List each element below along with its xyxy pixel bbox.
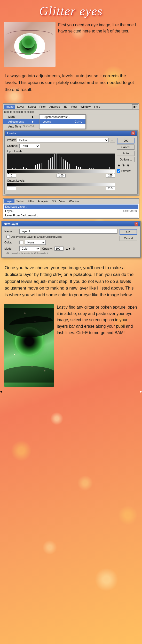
opacity-unit: %	[73, 247, 75, 250]
body-paragraph-2: Once you have chosen your eye image, you…	[5, 265, 137, 299]
menu-item-select[interactable]: Select	[26, 105, 37, 109]
clipping-mask-checkbox[interactable]	[6, 235, 10, 239]
body-text-2: Once you have chosen your eye image, you…	[0, 261, 142, 302]
menu-item-image[interactable]: Image	[4, 105, 15, 109]
photoshop-screenshot-1: Image Layer Select Filter Analysis 3D Vi…	[3, 103, 139, 196]
menu-item-view[interactable]: View	[69, 105, 78, 109]
new-layer-ok-button[interactable]: OK	[120, 229, 137, 235]
histogram	[7, 154, 115, 169]
levels-auto-button[interactable]: Auto	[117, 151, 135, 156]
output-max-value[interactable]	[106, 186, 115, 190]
channel-select[interactable]: RGB	[19, 144, 40, 148]
levels-cancel-button[interactable]: Cancel	[117, 145, 135, 150]
layer-item-background[interactable]: Layer From Background...	[4, 213, 138, 218]
mode-label: Mode:	[4, 247, 17, 250]
new-layer-close-button[interactable]: ✕	[135, 222, 138, 226]
layer-item-duplicate[interactable]: Duplicate Layer...	[4, 205, 138, 209]
layer-menu-window[interactable]: Window	[67, 199, 81, 203]
intro-paragraph: First you need an eye image, like the on…	[58, 22, 138, 34]
levels-icon-btn[interactable]: ☰	[110, 138, 115, 142]
submenu-levels[interactable]: Levels... Ctrl+L	[40, 119, 85, 124]
new-layer-controls: Name: Use Previous Layer to Create Clipp…	[4, 229, 117, 255]
new-layer-dialog: New Layer ✕ Name: Use Previous Layer to …	[1, 221, 141, 258]
output-slider-black[interactable]	[0, 391, 3, 393]
adjustments-submenu: Brightness/Contrast... Levels... Ctrl+L	[39, 114, 86, 129]
input-max-value[interactable]	[106, 174, 115, 177]
new-layer-buttons: OK Cancel	[120, 229, 138, 255]
clipping-mask-label: Use Previous Layer to Create Clipping Ma…	[11, 235, 62, 238]
toolbar-icons: ▤ ⊞ ⊡ ⊟ ⊠ ⊞ ⊠ ⊡ ⊟ ⊞ ⊠	[4, 111, 34, 113]
color-swatch	[19, 241, 23, 244]
eyedropper-black-icon[interactable]: 🖱	[117, 163, 121, 167]
bottom-eye-container	[4, 304, 54, 387]
input-slider-black[interactable]	[7, 172, 10, 174]
preset-select[interactable]: Default	[17, 138, 109, 142]
new-layer-body: Name: Use Previous Layer to Create Clipp…	[2, 226, 140, 257]
layer-items: Duplicate Layer... Layer... Shift+Ctrl+N…	[3, 204, 139, 218]
menu-item-analysis[interactable]: Analysis	[48, 105, 61, 109]
menu-item-3d[interactable]: 3D	[62, 105, 69, 109]
ps-menubar: Image Layer Select Filter Analysis 3D Vi…	[3, 104, 139, 110]
intro-section: First you need an eye image, like the on…	[0, 19, 142, 70]
input-mid-value[interactable]	[57, 174, 66, 177]
submenu-adjustments[interactable]: Adjustments ▶	[3, 119, 39, 124]
input-slider-mid[interactable]	[58, 172, 60, 174]
levels-titlebar: Levels ✕	[5, 131, 137, 136]
opacity-label: Opacity:	[42, 247, 52, 250]
layer-menu-active[interactable]: Layer	[4, 199, 14, 203]
menu-item-window[interactable]: Window	[79, 105, 92, 109]
output-levels-label: Output Levels:	[7, 179, 115, 182]
br-button: Br	[132, 104, 138, 109]
levels-options-button[interactable]: Options...	[117, 157, 135, 162]
output-slider-white[interactable]	[139, 391, 142, 393]
eyedropper-white-icon[interactable]: 🖱	[126, 163, 130, 167]
name-label: Name:	[4, 230, 17, 233]
levels-buttons: OK Cancel Auto Options... 🖱 🖱 🖱 Preview	[117, 138, 135, 192]
name-input[interactable]	[19, 229, 117, 234]
layer-menu-analysis[interactable]: Analysis	[36, 199, 50, 203]
layer-item-new: Layer... Shift+Ctrl+N	[4, 209, 138, 213]
channel-row: Channel: RGB	[7, 144, 115, 148]
clipping-mask-row: Use Previous Layer to Create Clipping Ma…	[6, 235, 117, 239]
input-slider-white[interactable]	[112, 172, 115, 174]
eye-image	[4, 22, 56, 67]
page-title: Glitter eyes	[39, 4, 103, 18]
levels-dialog: Levels ✕ Preset: Default ☰ Channel:	[4, 130, 138, 194]
body-paragraph-1: I always go into adjustments, levels, au…	[5, 73, 137, 93]
opacity-input[interactable]	[54, 247, 64, 251]
submenu-brightness[interactable]: Brightness/Contrast...	[40, 115, 85, 119]
layer-menu-3d[interactable]: 3D	[51, 199, 57, 203]
image-submenu: Mode ▶ Adjustments ▶ Auto Tone Shift+Ctr…	[3, 114, 39, 129]
input-values-row	[7, 174, 115, 177]
layer-menu-view[interactable]: View	[58, 199, 67, 203]
input-min-value[interactable]	[7, 174, 16, 177]
glitter-3	[14, 354, 15, 355]
levels-close-button[interactable]: ✕	[131, 131, 135, 135]
intro-text-block: First you need an eye image, like the on…	[58, 22, 138, 67]
new-layer-cancel-button[interactable]: Cancel	[120, 236, 137, 241]
menu-item-layer[interactable]: Layer	[16, 105, 26, 109]
input-slider[interactable]	[7, 170, 115, 173]
submenu-mode: Mode ▶	[3, 114, 39, 119]
glitter-1	[34, 321, 36, 322]
body-text-1: I always go into adjustments, levels, au…	[0, 70, 142, 96]
input-levels-label: Input Levels:	[7, 150, 115, 153]
bottom-eye-image	[4, 304, 54, 387]
preview-checkbox[interactable]	[117, 169, 120, 173]
output-min-value[interactable]	[7, 186, 16, 190]
opacity-stepper[interactable]: ▲▼	[66, 247, 71, 250]
name-row: Name:	[4, 229, 117, 234]
mode-select[interactable]: Color	[19, 246, 40, 251]
menu-item-help[interactable]: Help	[93, 105, 102, 109]
eyedropper-gray-icon[interactable]: 🖱	[122, 163, 125, 167]
output-slider[interactable]	[7, 183, 115, 186]
color-select[interactable]: None	[25, 240, 46, 245]
layer-menu-filter[interactable]: Filter	[26, 199, 36, 203]
levels-ok-button[interactable]: OK	[117, 138, 135, 143]
photoshop-screenshot-2: Layer Select Filter Analysis 3D View Win…	[3, 198, 139, 219]
color-label: Color:	[4, 241, 17, 244]
submenu-autotone: Auto Tone Shift+Ctrl	[3, 124, 39, 129]
layer-menu-select[interactable]: Select	[15, 199, 26, 203]
menu-item-filter[interactable]: Filter	[38, 105, 47, 109]
preset-label: Preset:	[7, 138, 16, 141]
